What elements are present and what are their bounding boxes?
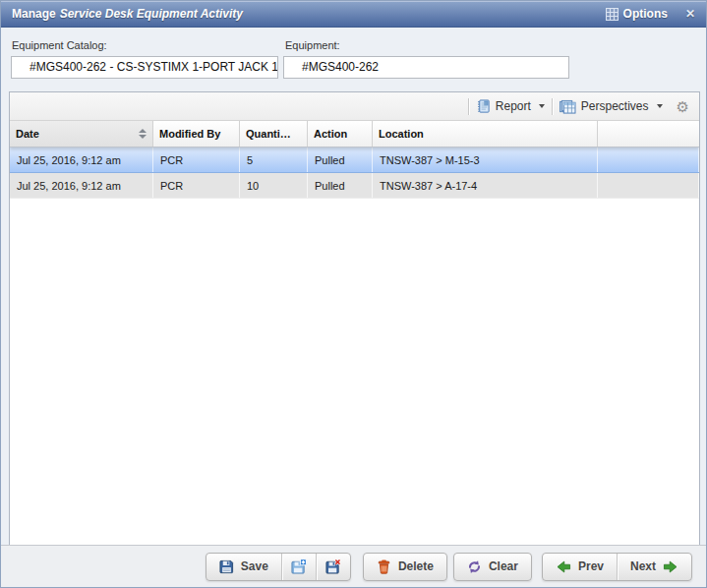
save-close-button[interactable] [316,554,350,580]
notebook-icon [476,99,491,114]
window-title-emphasis: Service Desk Equipment Activity [60,7,243,21]
cell-quantity: 5 [240,147,308,172]
delete-label: Delete [398,559,434,573]
cell-modified-by: PCR [153,173,240,198]
sort-arrows-icon [139,129,147,139]
toolbar-separator [552,98,553,115]
title-bar: ManageService Desk Equipment Activity Op… [1,1,706,28]
cell-action: Pulled [308,173,373,198]
floppy-icon [219,559,234,574]
column-header-quantity[interactable]: Quanti… [240,121,308,147]
clear-button-group: Clear [453,553,532,581]
cell-location: TNSW-387 > A-17-4 [373,173,598,198]
report-label: Report [496,99,531,113]
table-row[interactable]: Jul 25, 2016, 9:12 am PCR 10 Pulled TNSW… [10,173,699,199]
options-label: Options [623,7,668,21]
floppy-plus-icon [291,559,307,574]
cell-location: TNSW-387 > M-15-3 [373,147,598,172]
options-button[interactable]: Options [606,7,668,21]
column-header-location[interactable]: Location [373,121,598,147]
save-new-button[interactable] [281,554,316,580]
cell-quantity: 10 [240,173,308,198]
grid-toolbar: Report Perspectives ⚙ [10,92,699,121]
grid-empty-area [10,199,699,545]
column-header-action[interactable]: Action [308,121,373,147]
save-label: Save [241,559,268,573]
clear-button[interactable]: Clear [454,554,531,580]
save-button[interactable]: Save [206,554,281,580]
equipment-field[interactable]: #MGS400-262 [283,56,569,79]
clear-label: Clear [489,559,518,573]
save-button-group: Save [206,553,351,581]
cell-date: Jul 25, 2016, 9:12 am [10,147,153,172]
floppy-x-icon [325,559,341,574]
next-button[interactable]: Next [617,554,691,580]
footer-toolbar: Save [1,545,706,587]
refresh-icon [467,559,482,574]
next-label: Next [630,559,656,573]
report-button[interactable]: Report [471,96,550,117]
perspectives-label: Perspectives [581,99,649,113]
toolbar-separator [468,98,469,115]
delete-button-group: Delete [363,553,447,581]
column-header-modified-by[interactable]: Modified By [153,121,240,147]
manage-equipment-activity-window: ManageService Desk Equipment Activity Op… [0,0,707,588]
prev-next-button-group: Prev Next [542,553,692,581]
grid-header-row: Date Modified By Quanti… Action Location [10,121,699,147]
cell-empty [598,147,699,172]
chevron-down-icon [657,104,663,108]
equipment-catalog-field[interactable]: #MGS400-262 - CS-SYSTIMX 1-PORT JACK 110… [11,56,278,79]
gear-icon[interactable]: ⚙ [677,99,689,114]
cell-modified-by: PCR [153,147,240,172]
layered-tables-icon [560,99,576,114]
arrow-right-icon [663,559,678,574]
close-icon[interactable]: ✕ [685,7,695,21]
activity-grid-panel: Report Perspectives ⚙ [9,91,700,546]
cell-action: Pulled [308,147,373,172]
grid-table-icon [606,8,619,21]
delete-button[interactable]: Delete [364,554,446,580]
equipment-label: Equipment: [285,39,340,51]
trash-icon [377,559,391,574]
chevron-down-icon [539,104,545,108]
prev-label: Prev [578,559,604,573]
equipment-catalog-label: Equipment Catalog: [12,39,107,51]
window-title: ManageService Desk Equipment Activity [12,7,606,21]
cell-date: Jul 25, 2016, 9:12 am [10,173,153,198]
column-header-date[interactable]: Date [10,121,153,147]
cell-empty [598,173,699,198]
window-title-prefix: Manage [12,7,56,21]
column-header-empty [598,121,699,147]
prev-button[interactable]: Prev [543,554,617,580]
arrow-left-icon [556,559,571,574]
table-row[interactable]: Jul 25, 2016, 9:12 am PCR 5 Pulled TNSW-… [10,147,699,173]
perspectives-button[interactable]: Perspectives [555,96,668,117]
